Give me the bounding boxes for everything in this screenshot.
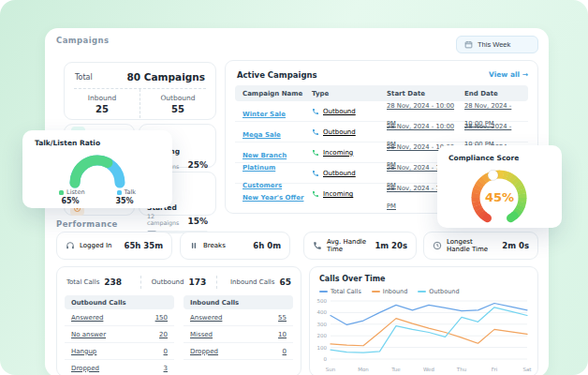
listen-label: Listen bbox=[66, 188, 84, 196]
outbound-calls-value: 173 bbox=[188, 278, 206, 287]
campaign-name-link[interactable]: Mega Sale bbox=[243, 131, 281, 139]
calendar-icon bbox=[464, 40, 473, 49]
stat-label-link[interactable]: Dropped bbox=[190, 348, 218, 355]
campaign-name-link[interactable]: Winter Sale bbox=[243, 111, 286, 118]
stat-value-link[interactable]: 0 bbox=[164, 348, 168, 355]
stat-row: Missed 10 bbox=[184, 326, 293, 343]
total-label: Total bbox=[75, 73, 93, 82]
headphones-icon bbox=[66, 241, 75, 250]
listen-swatch bbox=[59, 190, 64, 195]
stat-label-link[interactable]: Answered bbox=[190, 314, 222, 322]
legend-total-calls[interactable]: Total Calls bbox=[319, 288, 361, 295]
stat-value-link[interactable]: 0 bbox=[283, 348, 287, 355]
legend-outbound[interactable]: Outbound bbox=[418, 288, 459, 295]
svg-text:400: 400 bbox=[317, 309, 328, 315]
campaigns-section-title: Campaigns bbox=[56, 36, 109, 45]
stat-value-link[interactable]: 150 bbox=[155, 314, 168, 322]
inbound-swatch bbox=[372, 291, 380, 292]
campaign-type-link[interactable]: Incoming bbox=[323, 190, 353, 198]
longest-handle-time-metric-card: Longest Handle Time 2m 0s bbox=[423, 232, 538, 260]
total-calls-value: 238 bbox=[104, 278, 122, 287]
running-pct: 25% bbox=[187, 160, 208, 170]
phone-icon bbox=[312, 190, 319, 198]
legend-outbound-label: Outbound bbox=[429, 288, 459, 295]
avg-handle-time-metric-card: Avg. Handle Time 1m 20s bbox=[303, 232, 417, 260]
campaign-type-link[interactable]: Outbound bbox=[323, 170, 356, 177]
phone-icon bbox=[312, 108, 319, 115]
campaign-name-link[interactable]: New Year's Offer bbox=[243, 194, 303, 202]
outbound-calls-table: Outbound Calls Answered 150 No answer 20… bbox=[65, 295, 174, 375]
svg-text:Mon: Mon bbox=[358, 367, 369, 372]
stat-label-link[interactable]: Answered bbox=[71, 314, 103, 322]
logged-in-label: Logged In bbox=[80, 242, 119, 249]
longest-handle-time-value: 2m 0s bbox=[502, 241, 529, 250]
stat-value-link[interactable]: 20 bbox=[159, 331, 168, 338]
pause-icon bbox=[189, 241, 198, 250]
breaks-value: 6h 0m bbox=[253, 241, 281, 250]
legend-inbound[interactable]: Inbound bbox=[372, 288, 408, 295]
dashboard-background: Campaigns This Week Total 80 Campaigns I… bbox=[0, 0, 588, 375]
active-campaigns-title: Active Campaigns bbox=[237, 70, 317, 80]
stat-label-link[interactable]: Hangup bbox=[71, 348, 96, 355]
svg-text:Tue: Tue bbox=[390, 367, 401, 372]
svg-text:200: 200 bbox=[317, 333, 328, 338]
view-all-link[interactable]: View all → bbox=[489, 70, 528, 80]
campaign-type-link[interactable]: Incoming bbox=[323, 149, 353, 157]
stat-row: Answered 55 bbox=[184, 309, 293, 326]
week-filter-label: This Week bbox=[478, 40, 510, 49]
total-calls-stat: Total Calls 238 bbox=[66, 278, 140, 287]
avg-handle-time-label: Avg. Handle Time bbox=[327, 238, 370, 253]
outbound-swatch bbox=[418, 291, 426, 292]
campaign-type-link[interactable]: Outbound bbox=[323, 108, 356, 115]
listen-percentage: 65% bbox=[61, 197, 79, 205]
stat-row: Answered 150 bbox=[65, 309, 174, 326]
inbound-calls-label: Inbound Calls bbox=[230, 278, 274, 286]
svg-text:500: 500 bbox=[317, 298, 328, 304]
calls-summary-card: Total Calls 238 Outbound 173 Inbound Cal… bbox=[56, 266, 301, 375]
stat-value-link[interactable]: 55 bbox=[278, 314, 287, 322]
svg-text:Sat: Sat bbox=[522, 367, 532, 372]
total-calls-swatch bbox=[319, 291, 328, 292]
clock-icon bbox=[433, 241, 442, 250]
svg-text:Fri: Fri bbox=[492, 367, 498, 372]
phone-icon bbox=[313, 241, 322, 250]
week-filter-button[interactable]: This Week bbox=[456, 36, 538, 53]
total-calls-label: Total Calls bbox=[66, 278, 99, 286]
stat-value-link[interactable]: 10 bbox=[278, 331, 287, 338]
breaks-label: Breaks bbox=[203, 242, 248, 249]
logged-in-value: 65h 35m bbox=[124, 241, 163, 250]
line-chart: 0100200300400500SunMonTueWedThuFriSat bbox=[316, 297, 534, 375]
stat-label-link[interactable]: No answer bbox=[71, 331, 106, 338]
phone-icon bbox=[312, 128, 319, 136]
stat-row: Dropped 3 bbox=[65, 360, 174, 375]
inbound-calls-table: Inbound Calls Answered 55 Missed 10 Drop… bbox=[184, 295, 293, 375]
compliance-title: Compliance Score bbox=[448, 154, 519, 162]
chart-legend: Total Calls Inbound Outbound bbox=[319, 288, 460, 295]
talk-label: Talk bbox=[125, 188, 136, 196]
talk-swatch bbox=[117, 190, 122, 195]
stat-label-link[interactable]: Missed bbox=[190, 331, 213, 338]
svg-text:Sun: Sun bbox=[326, 367, 336, 372]
svg-text:100: 100 bbox=[317, 345, 328, 351]
stat-label-link[interactable]: Dropped bbox=[71, 365, 99, 372]
phone-icon bbox=[312, 170, 319, 177]
campaign-type-link[interactable]: Outbound bbox=[323, 128, 356, 136]
stat-value-link[interactable]: 3 bbox=[164, 365, 168, 372]
inbound-label: Inbound bbox=[65, 94, 140, 102]
phone-icon bbox=[312, 149, 319, 157]
talk-percentage: 35% bbox=[115, 197, 133, 205]
legend-total-calls-label: Total Calls bbox=[331, 288, 361, 295]
compliance-score-value: 45% bbox=[437, 190, 562, 204]
inbound-calls-stat: Inbound Calls 65 bbox=[217, 278, 291, 287]
svg-text:300: 300 bbox=[317, 322, 328, 327]
not-started-pct: 15% bbox=[187, 217, 208, 226]
avg-handle-time-value: 1m 20s bbox=[375, 241, 407, 250]
total-campaigns-card: Total 80 Campaigns Inbound 25 Outbound 5… bbox=[64, 62, 216, 120]
svg-text:Thu: Thu bbox=[456, 367, 466, 372]
stat-row: Hangup 0 bbox=[65, 343, 174, 360]
talk-legend-item: Talk bbox=[117, 188, 136, 196]
compliance-score-card: Compliance Score 45% bbox=[437, 145, 562, 228]
listen-legend-item: Listen bbox=[59, 188, 84, 196]
svg-text:Wed: Wed bbox=[423, 367, 434, 372]
outbound-calls-label: Outbound bbox=[152, 278, 184, 286]
